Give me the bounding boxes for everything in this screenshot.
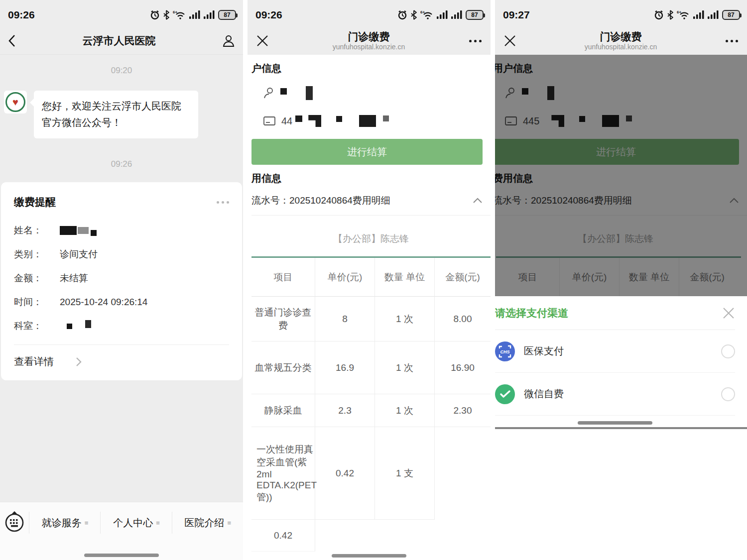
notice-field-department: 科室：	[14, 320, 229, 333]
wifi-6plus-icon: 6+	[173, 10, 186, 20]
chat-timestamp: 09:20	[0, 66, 243, 76]
table-header-row: 项目 单价(元) 数量 单位 金额(元)	[251, 258, 491, 297]
notice-field-amount: 金额： 未结算	[14, 272, 229, 285]
more-icon[interactable]	[469, 40, 482, 42]
profile-icon[interactable]	[222, 34, 235, 47]
status-time: 09:26	[8, 9, 35, 21]
alarm-clock-icon	[150, 10, 160, 20]
serial-value: 202510240864费用明细	[289, 195, 390, 206]
page-url: yunfuhospital.konzie.cn	[516, 43, 726, 51]
table-row-partial: 0.42	[251, 520, 491, 552]
table-cell: 1 次	[375, 394, 435, 427]
chat-screen: 09:26 6+ 87 云浮市人民医院 09:20 ♥ 您好，欢迎关注云浮市人民…	[0, 0, 243, 560]
table-cell: 1 次	[375, 341, 435, 394]
home-indicator[interactable]	[578, 421, 652, 425]
table-row: 血常规五分类 16.9 1 次 16.90	[251, 341, 491, 394]
wifi-6plus-icon: 6+	[420, 10, 433, 20]
wechat-pay-icon	[495, 384, 515, 404]
user-info-title: 户信息	[251, 62, 491, 75]
three-screenshot-strip: 09:26 6+ 87 云浮市人民医院 09:20 ♥ 您好，欢迎关注云浮市人民…	[0, 0, 747, 560]
triangle-up-icon	[12, 511, 17, 514]
keyboard-icon	[3, 512, 25, 534]
table-cell: 2.3	[315, 394, 375, 427]
status-time: 09:26	[255, 9, 282, 21]
redacted-block	[280, 88, 287, 95]
card-icon	[263, 116, 275, 126]
more-icon[interactable]	[217, 201, 229, 204]
battery-icon: 87	[218, 10, 236, 20]
hospital-logo-icon: ♥	[5, 92, 25, 112]
bluetooth-icon	[163, 10, 169, 20]
redacted-block	[359, 115, 376, 127]
redacted-block	[295, 115, 302, 122]
redacted-block	[78, 227, 89, 234]
table-row: 普通门诊诊查费 8 1 次 8.00	[251, 297, 491, 341]
more-icon[interactable]	[726, 40, 738, 42]
home-indicator[interactable]	[84, 554, 159, 557]
chevron-up-icon[interactable]	[473, 198, 483, 204]
table-cell: 16.9	[315, 341, 375, 394]
table-cell: 16.90	[435, 341, 491, 394]
option-insurance-pay[interactable]: CHS 医保支付	[495, 330, 735, 373]
table-cell: 血常规五分类	[251, 341, 315, 394]
payment-channel-sheet: 请选择支付渠道 CHS 医保支付 微信自费	[495, 296, 747, 427]
hospital-avatar[interactable]: ♥	[4, 91, 27, 113]
payment-notice-card[interactable]: 缴费提醒 姓名： 类别： 诊间支付 金额： 未结算 时间： 2025-10-24…	[1, 182, 242, 380]
status-time: 09:27	[503, 9, 530, 21]
close-icon[interactable]	[504, 35, 516, 47]
person-icon	[263, 87, 274, 99]
signal-bars-icon	[708, 10, 719, 19]
status-icons: 6+ 87	[654, 10, 740, 20]
serial-row[interactable]: 流水号：202510240864费用明细	[251, 194, 491, 207]
menu-item-services[interactable]: 就诊服务≡	[29, 512, 100, 534]
option-wechat-pay[interactable]: 微信自费	[495, 373, 735, 416]
signal-bars-icon	[437, 10, 448, 19]
fee-info-title: 用信息	[251, 172, 491, 185]
signal-bars-icon	[189, 10, 200, 19]
settle-button[interactable]: 进行结算	[251, 139, 483, 165]
web-nav-bar: 门诊缴费 yunfuhospital.konzie.cn	[495, 27, 747, 55]
table-cell: 2.30	[435, 394, 491, 427]
table-cell: 1 支	[375, 427, 435, 520]
department-doctor: 【办公部】陈志锋	[251, 232, 491, 245]
view-details-link[interactable]: 查看详情	[14, 345, 229, 375]
menu-item-personal[interactable]: 个人中心≡	[100, 512, 171, 534]
card-number-row: 44	[251, 115, 491, 127]
table-cell: 一次性使用真空采血管(紫2ml EDTA.K2(PET管))	[251, 427, 315, 520]
col-header: 数量 单位	[375, 258, 435, 297]
divider	[251, 215, 491, 216]
radio-unchecked-icon[interactable]	[721, 387, 735, 401]
close-icon[interactable]	[722, 307, 735, 320]
status-icons: 6+ 87	[150, 10, 236, 20]
home-indicator[interactable]	[332, 554, 406, 558]
payment-screen-with-sheet: 09:27 6+ 87 门诊缴费 yunfuhospital.konzie.cn…	[495, 0, 747, 560]
col-header: 金额(元)	[435, 258, 491, 297]
back-icon[interactable]	[8, 34, 16, 47]
status-bar: 09:27 6+ 87	[495, 0, 747, 27]
patient-row	[251, 86, 491, 100]
close-icon[interactable]	[256, 35, 268, 47]
redacted-block	[336, 116, 342, 122]
col-header: 项目	[251, 258, 315, 297]
signal-bars-icon	[693, 10, 704, 19]
payment-content: 户信息 44 进行结算 用信息 流水号：202510240864费用明细	[248, 62, 491, 552]
col-header: 单价(元)	[315, 258, 375, 297]
chs-insurance-icon: CHS	[495, 341, 515, 361]
chat-timestamp: 09:26	[0, 159, 243, 169]
table-row: 静脉采血 2.3 1 次 2.30	[251, 394, 491, 427]
table-cell: 0.42	[251, 520, 315, 552]
chat-title: 云浮市人民医院	[16, 34, 222, 48]
alarm-clock-icon	[397, 10, 407, 20]
table-cell: 0.42	[315, 427, 375, 520]
keyboard-toggle[interactable]	[0, 512, 29, 534]
radio-unchecked-icon[interactable]	[721, 344, 735, 358]
notice-card-title: 缴费提醒	[14, 195, 56, 209]
menu-item-hospital-intro[interactable]: 医院介绍≡	[172, 512, 243, 534]
submenu-icon: ≡	[156, 519, 159, 527]
table-cell: 1 次	[375, 297, 435, 341]
fee-table: 项目 单价(元) 数量 单位 金额(元) 普通门诊诊查费 8 1 次 8.00 …	[251, 256, 491, 552]
page-url: yunfuhospital.konzie.cn	[268, 43, 469, 51]
chat-message-row: ♥ 您好，欢迎关注云浮市人民医院官方微信公众号！	[0, 91, 243, 138]
chat-bottom-menu: 就诊服务≡ 个人中心≡ 医院介绍≡	[0, 502, 243, 560]
alarm-clock-icon	[654, 10, 664, 20]
